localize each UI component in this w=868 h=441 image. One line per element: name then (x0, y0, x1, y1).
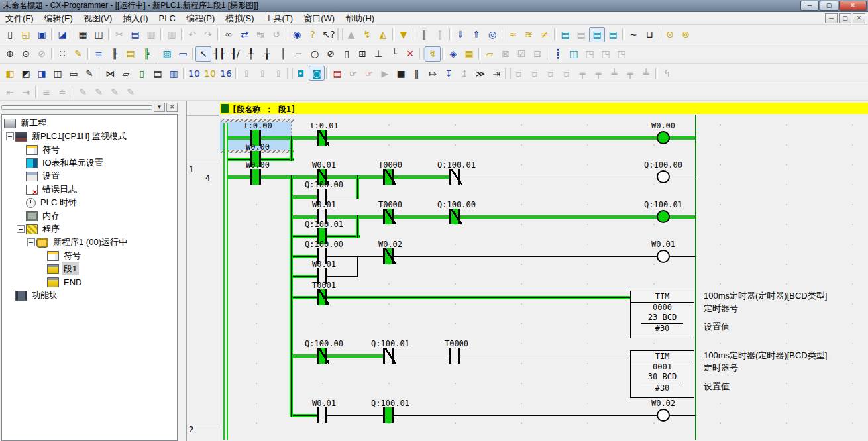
plc-edit-icon[interactable]: ◙ (309, 66, 325, 81)
pause-icon[interactable]: ‖ (432, 27, 448, 42)
coil-w0.00[interactable] (657, 131, 670, 144)
monitor-view-2-icon[interactable]: ▤ (573, 27, 589, 42)
expander-icon[interactable] (38, 252, 46, 260)
force-on-icon[interactable]: ⇧ (239, 66, 254, 81)
vertical-line-icon[interactable]: │ (275, 46, 291, 62)
elbow-icon[interactable]: ↰ (659, 66, 675, 81)
tree-item-program1[interactable]: 新程序1 (00)运行中 (2, 236, 177, 249)
data-trace-icon[interactable]: ⊔ (641, 27, 657, 42)
print-preview-icon[interactable]: ◫ (91, 27, 107, 42)
trace-box-1-icon[interactable]: ▫ (511, 66, 527, 81)
expander-icon[interactable] (6, 132, 14, 140)
contact-t0001[interactable] (317, 289, 327, 305)
mdi-close-button[interactable]: ✕ (853, 13, 865, 23)
select-tool-icon[interactable]: ↖ (195, 46, 211, 62)
redo-icon[interactable]: ↷ (200, 27, 216, 42)
monitor-signed-icon[interactable]: 10 (202, 66, 218, 81)
binary-view-icon[interactable]: ▥ (166, 66, 182, 81)
diff-1-icon[interactable]: ◳ (582, 46, 598, 62)
monitor-decimal-icon[interactable]: 10 (186, 66, 202, 81)
monitor-run-icon[interactable]: ▤ (589, 27, 605, 42)
pan-hand-icon[interactable]: ☞ (345, 66, 361, 81)
contact-no-icon[interactable]: ┨┠ (211, 46, 227, 62)
simulate-layers-icon[interactable]: ◈ (445, 46, 461, 62)
expander-icon[interactable] (38, 278, 46, 286)
menu-item[interactable]: 窗口(W) (298, 12, 340, 25)
cross-reference-icon[interactable]: ⋈ (102, 66, 118, 81)
panel-grip[interactable] (1, 105, 152, 110)
panel-close-button[interactable]: ✕ (166, 103, 178, 112)
expander-icon[interactable] (17, 185, 25, 193)
tree-item-settings[interactable]: 设置 (2, 170, 177, 183)
contact-q100.00[interactable] (317, 348, 327, 364)
paste-extended-icon[interactable]: ▥ (164, 27, 180, 42)
transfer-to-plc-icon[interactable]: ▼ (396, 27, 411, 42)
online-edit-icon[interactable]: ▱ (482, 46, 498, 62)
verify-changes-icon[interactable]: ☑ (514, 46, 529, 62)
tree-item-program-symbols[interactable]: 符号 (2, 249, 177, 262)
monitor-pause-icon[interactable]: ▤ (605, 27, 621, 42)
expander-icon[interactable] (17, 172, 25, 180)
ink-3-icon[interactable]: ✎ (107, 84, 123, 99)
ink-1-icon[interactable]: ✎ (75, 84, 91, 99)
undo-icon[interactable]: ↶ (184, 27, 200, 42)
tree-item-plc-clock[interactable]: PLC 时钟 (2, 196, 177, 209)
menu-item[interactable]: 编辑(E) (39, 12, 78, 25)
align-left-icon[interactable]: ⇤ (2, 84, 18, 99)
view-large-icon[interactable]: ▲ (343, 27, 359, 42)
rung-comment-icon[interactable]: ▤ (150, 66, 166, 81)
coil-nc-icon[interactable]: ⊘ (323, 46, 339, 62)
force-unlock-icon[interactable]: ⊚ (678, 27, 694, 42)
contact-or-no-icon[interactable]: ╀ (243, 46, 259, 62)
contact-w0.00[interactable] (250, 169, 261, 185)
align-right-icon[interactable]: ⇥ (18, 84, 34, 99)
tree-item-programs[interactable]: 程序 (2, 222, 177, 236)
tree-item-project[interactable]: 新工程 (2, 117, 177, 130)
window-close-button[interactable]: ✕ (839, 1, 867, 11)
tim-block-0000[interactable]: TIM 0000 23 BCD #30 (630, 291, 694, 338)
contact-t0000[interactable] (383, 169, 394, 185)
paste-icon[interactable]: ▥ (143, 27, 159, 42)
comment-icon[interactable]: ✎ (70, 46, 86, 62)
menu-item[interactable]: 编程(P) (181, 12, 220, 25)
local-symbols-icon[interactable]: ▱ (118, 66, 134, 81)
release-changes-icon[interactable]: ⊟ (529, 46, 545, 62)
properties-icon[interactable]: ✎ (81, 66, 97, 81)
simulator-online-icon[interactable]: ↯ (425, 46, 441, 62)
window-ladder-icon[interactable]: ◧ (2, 66, 18, 81)
expander-icon[interactable] (17, 199, 25, 207)
mdi-minimize-button[interactable]: ─ (825, 13, 838, 23)
expander-icon[interactable] (17, 225, 25, 233)
contact-w0.01[interactable] (317, 407, 327, 423)
tree-item-function-blocks[interactable]: 功能块 (2, 289, 177, 302)
trace-box-2-icon[interactable]: ▫ (527, 66, 543, 81)
tree-item-symbols[interactable]: 符号 (2, 143, 177, 156)
mdi-restore-button[interactable]: ▢ (839, 13, 851, 23)
upload-program-icon[interactable]: ⇑ (468, 27, 484, 42)
tree-item-section1[interactable]: 段1 (2, 262, 177, 275)
timing-5-icon[interactable]: ╧ (638, 66, 654, 81)
stop-icon[interactable]: ■ (393, 66, 409, 81)
io-comment-view-icon[interactable]: ▯ (134, 66, 150, 81)
list-top-icon[interactable]: ≐ (54, 84, 70, 99)
ink-4-icon[interactable]: ✎ (123, 84, 138, 99)
menu-item[interactable]: 插入(I) (117, 12, 153, 25)
plc-protect-icon[interactable]: ◘ (293, 66, 309, 81)
timing-4-icon[interactable]: ╤ (622, 66, 638, 81)
open-file-icon[interactable]: ◱ (18, 27, 34, 42)
invert-icon[interactable]: ⊥ (370, 46, 386, 62)
run-icon[interactable]: ▶ (377, 66, 393, 81)
coil-w0.01[interactable] (657, 250, 670, 263)
step-over-icon[interactable]: ↥ (457, 66, 472, 81)
pause-monitor-icon[interactable]: ‖ (416, 27, 432, 42)
contact-q100.01[interactable] (383, 348, 394, 364)
expander-icon[interactable] (27, 238, 35, 246)
run-to-end-icon[interactable]: ⇥ (488, 66, 504, 81)
menu-item[interactable]: 文件(F) (0, 12, 39, 25)
io-comment-icon[interactable]: ╟ (107, 46, 123, 62)
window-plain-icon[interactable]: ▭ (66, 66, 81, 81)
window-maximize-button[interactable]: ▢ (820, 1, 838, 11)
panel-menu-button[interactable]: ▼ (154, 103, 165, 112)
tree-item-end[interactable]: END (2, 275, 177, 289)
trace-gear-1-icon[interactable]: ▫ (543, 66, 559, 81)
